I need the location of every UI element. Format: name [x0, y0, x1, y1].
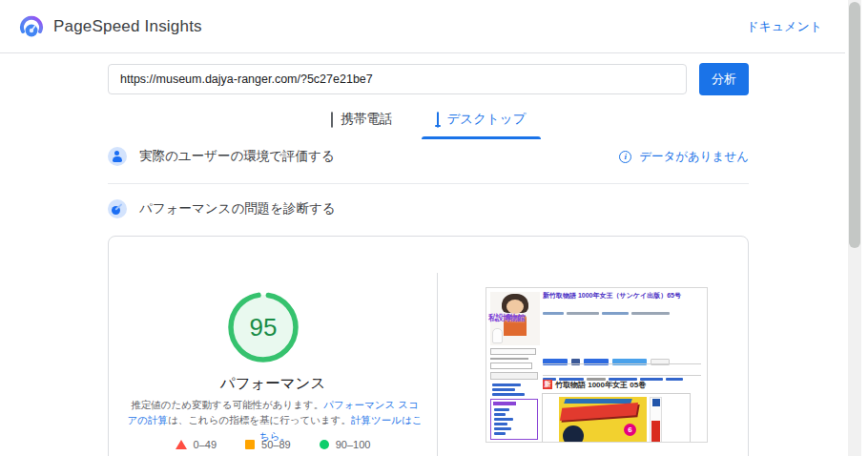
lab-section-title: パフォーマンスの問題を診断する — [139, 200, 336, 218]
thumb-share-buttons — [543, 352, 673, 360]
performance-report-card: 95 パフォーマンス 推定値のため変動する可能性があります。パフォーマンス スコ… — [108, 236, 749, 456]
pagespeed-logo-icon — [19, 14, 44, 39]
thumb-search-box — [490, 363, 532, 369]
url-bar: 分析 — [108, 63, 749, 95]
thumb-article-heading: 新 竹取物語 1000年女王 05巻 — [543, 380, 646, 389]
page-screenshot-thumbnail[interactable]: 新竹取物語 1000年女王（サンケイ出版）65号 私設博物館 — [486, 287, 708, 443]
legend-item-high: 90–100 — [320, 439, 371, 450]
mobile-icon — [331, 113, 333, 127]
no-data-label: データがありません — [639, 149, 749, 165]
thumb-sidebar: 私設博物館 — [490, 292, 540, 440]
no-data-status[interactable]: i データがありません — [619, 149, 749, 165]
vertical-divider — [437, 273, 438, 456]
thumb-nav-box — [490, 399, 538, 440]
real-users-icon — [108, 147, 127, 166]
performance-score-gauge[interactable]: 95 — [226, 290, 300, 364]
lab-data-section: パフォーマンスの問題を診断する — [108, 199, 749, 218]
thumb-cover-image: 6 — [542, 393, 691, 443]
field-section-title: 実際のユーザーの環境で評価する — [139, 148, 335, 165]
note-text-2: は、これらの指標を基に行っています。 — [168, 414, 351, 425]
tab-desktop-label: デスクトップ — [447, 111, 527, 128]
thumb-buttons — [490, 372, 538, 380]
thumb-article-title: 竹取物語 1000年女王 05巻 — [555, 380, 646, 390]
desktop-icon — [437, 113, 439, 127]
app-header: PageSpeed Insights ドキュメント — [0, 0, 845, 53]
green-circle-icon — [320, 440, 329, 449]
scrollbar-thumb[interactable] — [849, 2, 860, 248]
legend-item-mid: 50–89 — [245, 439, 291, 450]
thumb-tag-links — [543, 367, 686, 370]
new-badge: 新 — [543, 380, 552, 389]
tab-mobile-label: 携帯電話 — [341, 111, 393, 128]
info-icon: i — [619, 151, 631, 163]
legend-mid-range: 50–89 — [261, 439, 291, 450]
note-text-1: 推定値のため変動する可能性があります。 — [131, 399, 323, 410]
thumb-breadcrumb — [543, 301, 672, 304]
legend-high-range: 90–100 — [336, 439, 371, 450]
diagnose-gauge-icon — [108, 199, 127, 218]
red-triangle-icon — [176, 440, 187, 449]
thumb-language-select — [490, 348, 536, 355]
analyze-button[interactable]: 分析 — [699, 63, 749, 95]
tab-mobile[interactable]: 携帯電話 — [316, 105, 408, 139]
scrollbar-track[interactable] — [848, 0, 861, 456]
score-note: 推定値のため変動する可能性があります。パフォーマンス スコアの計算は、これらの指… — [126, 397, 424, 444]
device-tabs: 携帯電話 デスクトップ — [108, 105, 749, 139]
tab-desktop[interactable]: デスクトップ — [422, 105, 542, 139]
section-divider — [108, 183, 749, 184]
pagespeed-insights-app: PageSpeed Insights ドキュメント 分析 携帯電話 デスクトップ… — [0, 0, 868, 456]
orange-square-icon — [245, 440, 255, 449]
url-input[interactable] — [108, 64, 687, 94]
field-data-section: 実際のユーザーの環境で評価する i データがありません — [108, 147, 749, 166]
page-title: PageSpeed Insights — [53, 17, 202, 36]
score-legend: 0–49 50–89 90–100 — [109, 439, 437, 450]
legend-low-range: 0–49 — [194, 439, 217, 450]
thumb-mascot-image: 私設博物館 — [490, 292, 540, 345]
documentation-link[interactable]: ドキュメント — [746, 18, 822, 35]
score-value: 95 — [226, 290, 300, 364]
thumb-page-title: 新竹取物語 1000年女王（サンケイ出版）65号 — [543, 292, 707, 300]
thumb-site-name: 私設博物館 — [488, 313, 542, 324]
legend-item-low: 0–49 — [176, 439, 217, 450]
score-category-label: パフォーマンス — [109, 374, 437, 394]
